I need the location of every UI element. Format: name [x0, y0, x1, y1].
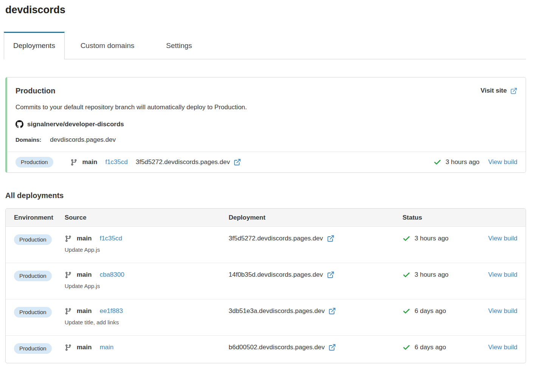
- deployment-url-group: 3f5d5272.devdiscords.pages.dev: [136, 158, 241, 166]
- external-link-icon: [510, 87, 517, 95]
- column-header-deployment: Deployment: [229, 214, 402, 222]
- commit-message: Update App.js: [65, 246, 229, 254]
- all-deployments-title: All deployments: [5, 191, 526, 200]
- environment-badge: Production: [14, 271, 52, 281]
- table-row: Production main cba8300 Update App.js 14…: [6, 263, 526, 299]
- tab-settings[interactable]: Settings: [150, 32, 208, 59]
- repo-name: signalnerve/developer-discords: [27, 121, 124, 128]
- deployment-url: 3f5d5272.devdiscords.pages.dev: [229, 233, 323, 244]
- page-container: devdiscords Deployments Custom domains S…: [5, 4, 526, 363]
- git-branch-icon: [65, 308, 72, 315]
- column-header-source: Source: [65, 214, 229, 222]
- commit-link[interactable]: cba8300: [100, 270, 124, 280]
- success-check-icon: [433, 158, 441, 166]
- tab-deployments[interactable]: Deployments: [4, 32, 65, 59]
- visit-site-link[interactable]: Visit site: [480, 87, 517, 95]
- column-header-environment: Environment: [14, 214, 65, 222]
- commit-link[interactable]: f1c35cd: [100, 233, 122, 244]
- deployments-table: Environment Source Deployment Status Pro…: [5, 208, 526, 363]
- commit-message: Update App.js: [65, 282, 229, 290]
- external-link-icon[interactable]: [234, 158, 241, 166]
- branch-name: main: [77, 270, 92, 280]
- table-row: Production main main b6d00502.devdiscord…: [6, 335, 526, 363]
- environment-badge: Production: [14, 307, 52, 318]
- branch-name: main: [82, 158, 98, 166]
- production-deployment-row: Production main f1c35cd 3f5d5272.devdisc…: [7, 152, 526, 172]
- commit-link[interactable]: f1c35cd: [105, 158, 128, 166]
- tab-custom-domains[interactable]: Custom domains: [65, 32, 150, 59]
- column-header-status: Status: [402, 214, 485, 222]
- success-check-icon: [402, 235, 410, 243]
- view-build-link[interactable]: View build: [488, 158, 517, 166]
- external-link-icon[interactable]: [327, 271, 334, 279]
- status-time: 6 days ago: [415, 306, 446, 316]
- table-row: Production main f1c35cd Update App.js 3f…: [6, 227, 526, 263]
- git-branch-icon: [65, 271, 72, 279]
- success-check-icon: [402, 344, 410, 352]
- view-build-link[interactable]: View build: [488, 235, 517, 242]
- table-header-row: Environment Source Deployment Status: [6, 209, 526, 227]
- page-title: devdiscords: [5, 4, 526, 16]
- source-group: main f1c35cd: [70, 158, 128, 166]
- table-row: Production main ee1f883 Update title, ad…: [6, 299, 526, 335]
- commit-link[interactable]: ee1f883: [100, 306, 123, 316]
- git-branch-icon: [70, 159, 77, 166]
- commit-link[interactable]: main: [100, 342, 114, 353]
- domains-label: Domains:: [15, 136, 41, 143]
- environment-badge: Production: [15, 157, 53, 167]
- environment-badge: Production: [14, 343, 52, 354]
- visit-site-label: Visit site: [480, 87, 507, 95]
- view-build-link[interactable]: View build: [488, 344, 517, 351]
- git-branch-icon: [65, 235, 72, 242]
- status-group: 3 hours ago View build: [433, 158, 517, 166]
- status-time: 3 hours ago: [415, 233, 449, 244]
- external-link-icon[interactable]: [328, 307, 336, 315]
- deployment-url: 3f5d5272.devdiscords.pages.dev: [136, 158, 230, 166]
- branch-name: main: [77, 306, 92, 316]
- git-branch-icon: [65, 344, 72, 351]
- status-time: 6 days ago: [415, 342, 446, 353]
- repo-link[interactable]: signalnerve/developer-discords: [15, 120, 517, 128]
- deployment-url: 3db51e3a.devdiscords.pages.dev: [229, 306, 325, 316]
- status-time: 3 hours ago: [415, 270, 449, 280]
- domains-value: devdiscords.pages.dev: [50, 136, 116, 144]
- view-build-link[interactable]: View build: [488, 271, 517, 278]
- external-link-icon[interactable]: [328, 344, 336, 351]
- environment-badge: Production: [14, 234, 52, 245]
- branch-name: main: [77, 342, 92, 353]
- status-time: 3 hours ago: [446, 158, 480, 166]
- production-card-title: Production: [15, 86, 56, 95]
- commit-message: Update title, add links: [65, 318, 229, 326]
- branch-name: main: [77, 233, 92, 244]
- domains-row: Domains: devdiscords.pages.dev: [15, 136, 517, 144]
- view-build-link[interactable]: View build: [488, 307, 517, 315]
- tab-bar: Deployments Custom domains Settings: [5, 32, 526, 59]
- success-check-icon: [402, 271, 410, 279]
- success-check-icon: [402, 307, 410, 315]
- github-icon: [15, 120, 23, 128]
- external-link-icon[interactable]: [327, 235, 334, 242]
- production-description: Commits to your default repository branc…: [15, 103, 517, 112]
- deployment-url: 14f0b35d.devdiscords.pages.dev: [229, 270, 323, 280]
- deployment-url: b6d00502.devdiscords.pages.dev: [229, 342, 325, 353]
- production-card: Production Visit site Commits to your de…: [5, 77, 526, 173]
